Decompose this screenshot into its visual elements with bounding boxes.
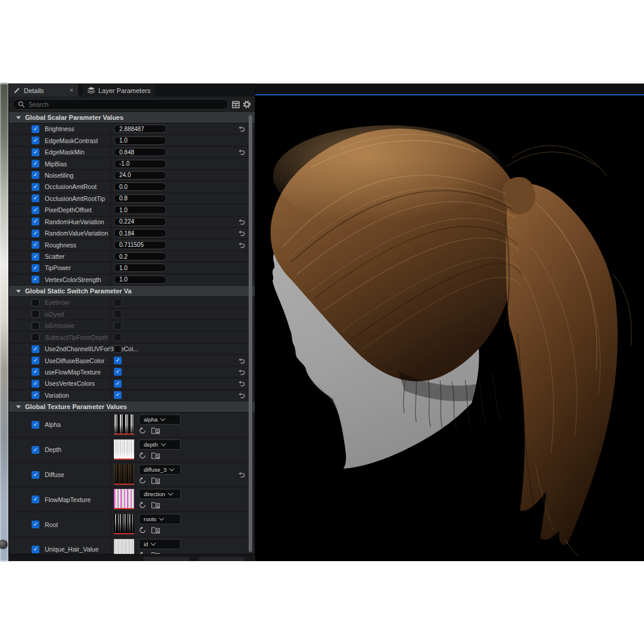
texture-thumbnail[interactable] [114,514,134,534]
section-header[interactable]: Global Texture Parameter Values [9,401,255,413]
parameter-checkbox[interactable]: ✓ [32,264,39,272]
parameter-value-field[interactable]: 24.0 [114,171,166,179]
search-input[interactable]: Search [13,99,228,110]
parameter-checkbox[interactable]: ✓ [32,521,39,528]
texture-thumbnail[interactable] [114,439,134,460]
parameter-checkbox[interactable]: ✓ [32,183,39,191]
parameter-value-field[interactable]: 0.224 [114,218,166,226]
reset-to-default-button[interactable] [238,355,245,366]
switch-value-checkbox[interactable]: ✓ [114,380,122,388]
reset-to-default-button[interactable] [238,240,245,250]
parameter-checkbox[interactable] [32,322,39,330]
reset-to-default-button[interactable] [238,390,245,401]
switch-value-checkbox[interactable]: ✓ [114,368,122,376]
parameter-value-field[interactable]: 0.848 [114,148,166,156]
parameter-checkbox[interactable]: ✓ [32,446,39,454]
switch-value-checkbox[interactable] [114,345,122,353]
parameter-checkbox[interactable]: ✓ [32,241,39,249]
parameter-checkbox[interactable] [32,333,39,341]
texture-thumbnail[interactable] [114,465,134,485]
material-preview-viewport[interactable] [255,83,644,561]
parameter-checkbox[interactable]: ✓ [32,345,39,353]
use-selected-asset-icon[interactable] [139,501,146,509]
parameter-checkbox[interactable]: ✓ [32,391,39,399]
texture-thumbnail[interactable] [114,414,134,435]
texture-select-dropdown[interactable]: roots [139,514,181,524]
parameter-checkbox[interactable]: ✓ [32,125,39,133]
switch-value-checkbox[interactable] [114,333,122,341]
panel-scrollbar[interactable] [249,115,252,552]
tab-layer-parameters[interactable]: Layer Parameters [83,84,155,97]
parameter-value-field[interactable]: 0.2 [114,252,166,261]
viewport-hair-render [255,95,644,561]
parameter-checkbox[interactable] [32,299,39,306]
switch-value-checkbox[interactable]: ✓ [114,357,122,364]
texture-select-dropdown[interactable]: diffuse_3 [139,465,181,475]
texture-thumbnail[interactable] [114,489,134,509]
parameter-checkbox[interactable]: ✓ [32,171,39,179]
parameter-checkbox[interactable]: ✓ [32,230,39,237]
switch-value-checkbox[interactable] [114,299,122,306]
reset-to-default-button[interactable] [238,147,245,157]
browse-to-asset-icon[interactable] [151,477,160,484]
reset-to-default-button[interactable] [238,228,245,239]
parameter-value-field[interactable]: 0.0 [114,182,166,191]
reset-to-default-button[interactable] [238,123,245,134]
parameter-checkbox[interactable]: ✓ [32,137,39,144]
parameter-value-field[interactable]: 0.8 [114,194,166,203]
reset-to-default-button[interactable] [238,378,245,389]
texture-select-dropdown[interactable]: alpha [139,414,181,425]
texture-select-dropdown[interactable]: depth [139,439,181,450]
use-selected-asset-icon[interactable] [139,477,146,484]
texture-thumbnail[interactable] [114,539,134,555]
parameter-checkbox[interactable]: ✓ [32,160,39,168]
texture-select-dropdown[interactable]: direction [139,489,181,499]
bottom-bar-button[interactable] [198,557,244,561]
texture-select-dropdown[interactable]: id [139,539,181,549]
reset-to-default-button[interactable] [238,367,245,377]
reset-to-default-button[interactable] [238,216,245,227]
switch-value-checkbox[interactable]: ✓ [114,391,122,399]
parameter-checkbox[interactable]: ✓ [32,206,39,214]
browse-to-asset-icon[interactable] [151,427,160,434]
parameter-value-field[interactable]: 1.0 [114,264,166,272]
settings-button[interactable] [243,100,251,109]
switch-value-checkbox[interactable] [114,322,122,330]
parameter-checkbox[interactable]: ✓ [32,194,39,202]
parameter-checkbox[interactable]: ✓ [32,421,39,429]
use-selected-asset-icon[interactable] [139,427,146,434]
parameter-checkbox[interactable]: ✓ [32,546,39,553]
parameter-checkbox[interactable]: ✓ [32,218,39,225]
parameter-value-field[interactable]: 1.0 [114,137,166,145]
section-header[interactable]: Global Static Switch Parameter Va [9,286,255,297]
display-filter-button[interactable] [231,100,240,109]
browse-to-asset-icon[interactable] [151,501,160,509]
browse-to-asset-icon[interactable] [151,452,160,459]
section-header[interactable]: Global Scalar Parameter Values [9,112,255,123]
parameter-checkbox[interactable]: ✓ [32,471,39,479]
parameter-value-field[interactable]: 1.0 [114,206,166,214]
use-selected-asset-icon[interactable] [139,527,146,534]
bottom-bar-button[interactable] [143,557,190,561]
browse-to-asset-icon[interactable] [151,527,160,534]
parameter-checkbox[interactable]: ✓ [32,380,39,388]
parameter-checkbox[interactable] [32,310,39,318]
switch-parameter-row: SubtractTipFromDepth [9,332,255,343]
parameter-checkbox[interactable]: ✓ [32,148,39,156]
parameter-checkbox[interactable]: ✓ [32,275,39,283]
reset-to-default-button[interactable] [238,469,245,480]
parameter-checkbox[interactable]: ✓ [32,357,39,364]
parameter-value-field[interactable]: -1.0 [114,160,166,168]
parameter-value-field[interactable]: 2.888487 [114,125,166,133]
switch-value-checkbox[interactable] [114,310,122,318]
close-icon[interactable]: × [70,87,73,94]
parameter-checkbox[interactable]: ✓ [32,496,39,503]
parameter-value-field[interactable]: 1.0 [114,275,166,284]
parameter-value-field[interactable]: 0.711505 [114,241,166,249]
tab-details[interactable]: Details × [9,84,78,97]
scrollbar-thumb[interactable] [249,115,252,552]
parameter-checkbox[interactable]: ✓ [32,368,39,376]
parameter-checkbox[interactable]: ✓ [32,253,39,261]
use-selected-asset-icon[interactable] [139,452,146,459]
parameter-value-field[interactable]: 0.184 [114,229,166,237]
